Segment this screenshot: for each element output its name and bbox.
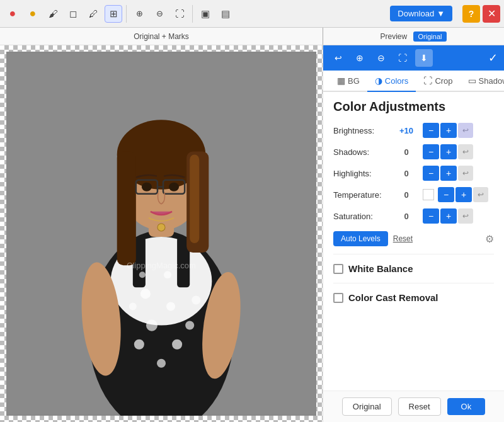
label-bar: Original + Marks Preview Original [0,28,504,45]
brightness-increment[interactable]: + [440,123,457,138]
svg-point-21 [146,320,158,331]
highlights-increment[interactable]: + [440,166,457,181]
shadows-reset[interactable]: ↩ [458,144,473,159]
svg-point-26 [129,302,137,310]
panel-content: Color Adjustments Brightness: +10 − + ↩ … [323,92,504,391]
shadows-icon: ▭ [468,76,476,86]
crop-icon: ⛶ [423,76,432,86]
tabs-bar: ▦ BG ◑ Colors ⛶ Crop ▭ Shadows [323,71,504,92]
color-cast-section: Color Cast Removal [333,288,494,307]
divider-1 [333,254,494,254]
paint-icon[interactable]: 🖊 [84,5,102,23]
tab-shadows[interactable]: ▭ Shadows [461,71,504,92]
svg-rect-10 [117,151,136,265]
canvas-area[interactable]: ClippingMagic.com [0,45,323,422]
select-icon[interactable]: ⊞ [105,5,122,23]
temperature-swatch[interactable] [423,189,434,200]
tab-colors[interactable]: ◑ Colors [367,71,416,92]
download-arrow-icon: ▼ [437,9,445,18]
temperature-decrement[interactable]: − [438,187,454,202]
close-button[interactable]: ✕ [483,5,500,23]
highlights-label: Highlights: [333,169,390,178]
panel-check-icon[interactable]: ✓ [488,51,498,65]
brightness-decrement[interactable]: − [423,123,439,138]
canvas-inner: ClippingMagic.com [6,52,316,416]
bottom-bar: Original Reset Ok [323,391,504,422]
tab-bg[interactable]: ▦ BG [329,71,367,92]
reset-all-button[interactable]: Reset [398,397,441,416]
compare-icon[interactable]: ▤ [217,5,234,23]
gear-icon[interactable]: ⚙ [485,233,494,245]
temperature-increment[interactable]: + [455,187,472,202]
main-area: ClippingMagic.com ↩ ⊕ ⊖ ⛶ ⬇ ✓ ▦ BG ◑ Col… [0,45,504,422]
color-cast-header[interactable]: Color Cast Removal [333,288,494,307]
temperature-reset[interactable]: ↩ [473,187,488,202]
svg-rect-12 [190,154,199,243]
svg-point-23 [157,359,166,368]
svg-point-17 [169,183,179,191]
minimize-circle-icon[interactable]: ● [24,5,42,23]
main-toolbar: ● ● 🖌 ◻ 🖊 ⊞ ⊕ ⊖ ⛶ ▣ ▤ Download ▼ ? ✕ [0,0,504,28]
reset-button[interactable]: Reset [393,234,413,243]
original-marks-label: Original + Marks [0,32,323,41]
white-balance-title: White Balance [348,263,413,274]
auto-levels-button[interactable]: Auto Levels [333,231,388,246]
person-svg [6,52,316,416]
saturation-btn-group: − + ↩ [423,208,473,224]
svg-point-24 [134,339,144,350]
panel-fit-icon[interactable]: ⛶ [394,49,411,67]
svg-point-22 [172,339,182,350]
temperature-value: 0 [394,190,419,200]
orig-icon[interactable]: ▣ [197,5,214,23]
panel-download-icon[interactable]: ⬇ [415,49,433,67]
tab-crop[interactable]: ⛶ Crop [416,71,460,92]
close-circle-icon[interactable]: ● [4,5,21,23]
highlights-decrement[interactable]: − [423,166,439,181]
highlights-row: Highlights: 0 − + ↩ [333,166,494,181]
white-balance-section: White Balance [333,259,494,278]
original-button[interactable]: Original [342,397,392,416]
color-cast-checkbox[interactable] [333,293,343,303]
fit-icon[interactable]: ⛶ [171,5,188,23]
saturation-reset[interactable]: ↩ [458,208,473,224]
action-row: Auto Levels Reset ⚙ [333,231,494,246]
panel-zoom-out-icon[interactable]: ⊖ [372,49,390,67]
download-label: Download [398,9,434,18]
separator-1 [126,5,127,23]
shadows-decrement[interactable]: − [423,144,439,159]
download-button[interactable]: Download ▼ [390,6,452,21]
bg-icon: ▦ [337,76,345,86]
saturation-decrement[interactable]: − [423,208,439,224]
brush-icon[interactable]: 🖌 [44,5,62,23]
white-balance-header[interactable]: White Balance [333,259,494,278]
shadows-row: Shadows: 0 − + ↩ [333,144,494,159]
svg-point-18 [158,224,165,231]
saturation-value: 0 [394,212,419,221]
highlights-value: 0 [394,169,419,178]
brightness-row: Brightness: +10 − + ↩ [333,123,494,138]
help-button[interactable]: ? [462,5,480,23]
brightness-label: Brightness: [333,126,390,135]
eraser-icon[interactable]: ◻ [64,5,82,23]
brightness-reset[interactable]: ↩ [458,123,473,138]
svg-point-29 [139,271,146,278]
separator-2 [192,5,193,23]
panel-undo-icon[interactable]: ↩ [329,49,347,67]
saturation-increment[interactable]: + [440,208,457,224]
saturation-row: Saturation: 0 − + ↩ [333,208,494,224]
tab-colors-label: Colors [385,76,409,86]
highlights-reset[interactable]: ↩ [458,166,473,181]
shadows-label: Shadows: [333,147,390,157]
zoom-view-icon[interactable]: ⊕ [130,5,148,23]
color-cast-title: Color Cast Removal [348,292,438,303]
preview-label: Preview Original [323,32,504,41]
panel-zoom-in-icon[interactable]: ⊕ [351,49,369,67]
ok-button[interactable]: Ok [447,398,486,415]
right-panel: ↩ ⊕ ⊖ ⛶ ⬇ ✓ ▦ BG ◑ Colors ⛶ Crop ▭ [323,45,504,422]
zoom-out-icon[interactable]: ⊖ [151,5,168,23]
brightness-value: +10 [394,126,419,135]
highlights-btn-group: − + ↩ [423,166,473,181]
white-balance-checkbox[interactable] [333,264,343,274]
svg-point-28 [164,271,171,278]
shadows-increment[interactable]: + [440,144,457,159]
